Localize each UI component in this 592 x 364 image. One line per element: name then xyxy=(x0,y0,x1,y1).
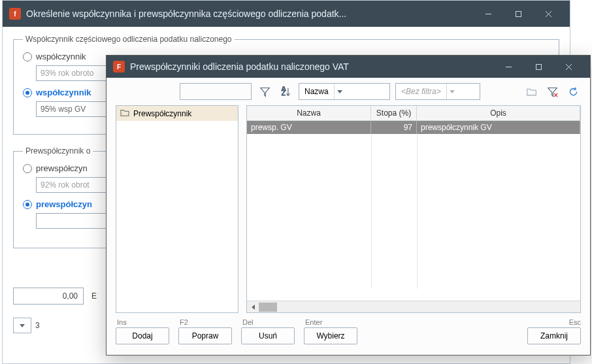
shortcut-enter: Enter xyxy=(305,318,322,326)
svg-text:Z: Z xyxy=(281,90,285,97)
shortcut-del: Del xyxy=(242,318,254,326)
scroll-left-icon[interactable] xyxy=(247,301,259,313)
grid-header: Nazwa Stopa (%) Opis xyxy=(247,106,580,121)
chevron-down-icon[interactable] xyxy=(13,318,31,333)
filter-combo[interactable]: <Bez filtra> xyxy=(395,83,480,100)
scroll-thumb[interactable] xyxy=(259,303,277,312)
column-header-nazwa[interactable]: Nazwa xyxy=(247,106,371,120)
maximize-button[interactable] xyxy=(523,56,553,77)
radio-icon xyxy=(23,164,32,173)
radio-label: współczynnik xyxy=(36,52,86,61)
column-header-opis[interactable]: Opis xyxy=(417,106,580,120)
svg-rect-5 xyxy=(536,64,541,69)
sort-field-combo[interactable]: Nazwa xyxy=(299,83,390,100)
wspolczynnik-2-value[interactable]: 95% wsp GV xyxy=(36,101,108,117)
dodaj-button[interactable]: Dodaj xyxy=(116,327,169,344)
close-button[interactable] xyxy=(533,3,563,24)
group-wspolczynnik-legend: Współczynnik częściowego odliczenia poda… xyxy=(23,35,235,44)
radio-icon xyxy=(23,200,32,209)
group-prewspolczynnik-legend: Prewspółczynnik o xyxy=(23,146,93,156)
front-titlebar: F Prewspółczynniki odliczenia podatku na… xyxy=(107,56,590,78)
tree-panel: Prewspółczynnik xyxy=(116,105,238,313)
foreground-window: F Prewspółczynniki odliczenia podatku na… xyxy=(106,55,591,356)
folder-icon[interactable] xyxy=(523,84,539,99)
zamknij-button[interactable]: Zamknij xyxy=(527,327,581,344)
sort-az-icon[interactable]: AZ xyxy=(278,84,293,99)
wybierz-button[interactable]: Wybierz xyxy=(304,327,357,344)
cell-nazwa: prewsp. GV xyxy=(247,121,371,134)
column-header-stopa[interactable]: Stopa (%) xyxy=(371,106,417,120)
clear-filter-icon[interactable] xyxy=(544,84,560,99)
svg-marker-8 xyxy=(260,88,269,96)
filter-combo-placeholder: <Bez filtra> xyxy=(401,87,441,96)
tiny-combo-value: 3 xyxy=(35,321,40,330)
numeric-value-box[interactable]: 0,00 xyxy=(13,288,84,305)
footer: Ins Dodaj F2 Popraw Del Usuń Enter Wybie… xyxy=(107,313,590,352)
table-row[interactable]: prewsp. GV 97 prewspółczynnik GV xyxy=(247,121,580,134)
grid-empty-area xyxy=(247,134,580,301)
chevron-down-icon xyxy=(446,84,458,99)
back-window-title: Określenie współczynnika i prewspółczynn… xyxy=(26,8,346,19)
radio-icon xyxy=(23,52,32,61)
radio-icon xyxy=(23,88,32,97)
letter-e: E xyxy=(91,291,97,301)
sort-field-value: Nazwa xyxy=(304,87,329,96)
prewspolczynnik-1-value[interactable]: 92% rok obrot xyxy=(36,177,108,193)
toolbar: AZ Nazwa <Bez filtra> xyxy=(107,78,590,105)
maximize-button[interactable] xyxy=(503,3,533,24)
back-titlebar: f Określenie współczynnika i prewspółczy… xyxy=(3,1,570,27)
folder-icon xyxy=(120,108,129,118)
usun-button[interactable]: Usuń xyxy=(241,327,295,344)
minimize-button[interactable] xyxy=(473,3,503,24)
popraw-button[interactable]: Popraw xyxy=(178,327,232,344)
front-window-title: Prewspółczynniki odliczenia podatku nali… xyxy=(130,61,349,72)
radio-label: współczynnik xyxy=(36,88,91,97)
refresh-icon[interactable] xyxy=(565,84,581,99)
radio-label: prewspółczyn xyxy=(36,163,88,173)
chevron-down-icon xyxy=(334,84,346,99)
shortcut-ins: Ins xyxy=(117,318,127,326)
app-icon: f xyxy=(9,8,21,20)
svg-rect-1 xyxy=(516,11,521,16)
shortcut-f2: F2 xyxy=(180,318,188,326)
cell-opis: prewspółczynnik GV xyxy=(417,121,580,134)
close-button[interactable] xyxy=(553,56,584,77)
cell-stopa: 97 xyxy=(371,121,417,134)
minimize-button[interactable] xyxy=(493,56,523,77)
shortcut-esc: Esc xyxy=(569,318,581,326)
wspolczynnik-1-value[interactable]: 93% rok obroto xyxy=(36,65,108,81)
prewspolczynnik-2-value[interactable] xyxy=(36,213,108,229)
radio-label: prewspółczyn xyxy=(36,199,92,209)
horizontal-scrollbar[interactable] xyxy=(247,301,580,312)
tree-root-item[interactable]: Prewspółczynnik xyxy=(116,106,238,121)
search-input[interactable] xyxy=(180,83,252,100)
tree-root-label: Prewspółczynnik xyxy=(133,109,191,118)
app-icon: F xyxy=(113,61,125,73)
filter-icon[interactable] xyxy=(257,84,272,99)
data-grid: Nazwa Stopa (%) Opis prewsp. GV 97 prews… xyxy=(246,105,581,313)
